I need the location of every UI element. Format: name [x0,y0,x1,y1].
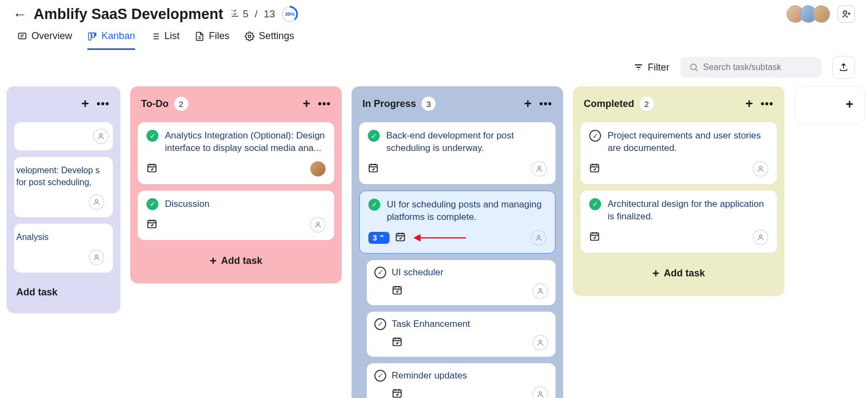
svg-rect-11 [148,220,156,228]
calendar-icon[interactable] [395,231,406,244]
task-title: Analytics Integration (Optional): Design… [165,130,326,155]
assignee-placeholder-icon[interactable] [89,250,104,265]
tab-kanban-label: Kanban [101,30,135,42]
member-avatar[interactable] [813,5,830,23]
tab-overview[interactable]: Overview [17,30,72,50]
subtask-card[interactable]: ✓ Task Enhancement [367,312,556,357]
filter-button[interactable]: Filter [634,62,669,73]
assignee-placeholder-icon[interactable] [533,283,548,299]
assignee-placeholder-icon[interactable] [753,230,768,245]
calendar-icon[interactable] [392,336,403,349]
add-card-button[interactable]: + [303,96,310,111]
assignee-placeholder-icon[interactable] [93,129,108,144]
tab-list[interactable]: List [150,30,180,50]
assignee-avatar[interactable] [310,161,326,176]
task-card[interactable]: ✓ Back-end development for post scheduli… [359,122,556,184]
column-in-progress: In Progress 3 + ••• ✓ Back-end developme… [352,86,563,398]
status-complete-icon[interactable]: ✓ [589,198,601,210]
add-task-button[interactable]: + Add task [580,259,777,288]
board-toolbar: Filter [0,50,868,86]
tab-files[interactable]: Files [195,30,229,50]
task-title: velopment: Develop s for post scheduling… [16,165,104,188]
subtask-card[interactable]: ✓ Reminder updates [367,363,556,398]
tab-settings-label: Settings [259,30,294,42]
svg-rect-19 [393,338,401,345]
add-task-label: Add task [16,287,58,298]
add-task-button[interactable]: Add task [14,279,113,306]
status-complete-icon[interactable]: ✓ [146,130,158,142]
subtask-card[interactable]: ✓ UI scheduler [367,260,556,305]
add-card-button[interactable]: + [524,96,532,111]
member-avatars[interactable] [791,5,830,23]
assignee-placeholder-icon[interactable] [89,194,104,210]
subtask-count: 3 [373,233,377,242]
add-member-button[interactable] [838,5,855,23]
calendar-icon[interactable] [146,162,157,175]
column-new: + [794,86,865,124]
add-card-button[interactable]: + [846,97,853,112]
task-card[interactable]: ✓ Analytics Integration (Optional): Desi… [138,122,334,184]
svg-rect-23 [591,165,599,172]
task-title: Project requirements and user stories ar… [608,130,768,155]
column-menu-button[interactable]: ••• [318,98,331,110]
column-count: 3 [422,97,436,111]
svg-rect-3 [92,33,94,37]
column-title: In Progress [362,98,416,110]
svg-point-14 [538,166,541,169]
search-icon [689,62,699,72]
progress-total: 13 [264,8,275,20]
plus-icon: + [210,254,217,268]
task-card[interactable]: ✓ Discussion [138,191,334,240]
status-complete-icon[interactable]: ✓ [146,198,158,210]
assignee-placeholder-icon[interactable] [531,230,546,245]
svg-point-16 [538,235,540,238]
calendar-icon[interactable] [146,218,157,231]
search-input[interactable] [703,62,813,72]
status-complete-icon[interactable]: ✓ [368,199,380,211]
tab-kanban[interactable]: Kanban [87,30,135,50]
task-card[interactable]: velopment: Develop s for post scheduling… [14,157,113,217]
column-menu-button[interactable]: ••• [761,98,774,110]
status-open-icon[interactable]: ✓ [374,267,386,279]
column-menu-button[interactable]: ••• [539,98,552,110]
search-box[interactable] [680,57,821,78]
assignee-placeholder-icon[interactable] [533,387,548,398]
calendar-icon[interactable] [392,388,403,398]
task-card-expanded[interactable]: ✓ UI for scheduling posts and managing p… [359,191,556,254]
svg-rect-13 [369,165,378,172]
assignee-placeholder-icon[interactable] [533,335,548,350]
add-task-button[interactable]: + Add task [138,247,334,276]
task-card[interactable]: ✓ Project requirements and user stories … [580,122,777,184]
status-complete-icon[interactable]: ✓ [368,130,380,142]
task-card[interactable]: Analysis [14,224,113,273]
add-card-button[interactable]: + [81,96,89,111]
progress-count: 5 / 13 [230,8,276,21]
assignee-placeholder-icon[interactable] [532,161,547,176]
assignee-placeholder-icon[interactable] [753,161,768,176]
status-open-icon[interactable]: ✓ [589,130,601,142]
svg-rect-17 [393,287,401,294]
task-card[interactable] [14,122,113,150]
tab-settings[interactable]: Settings [245,30,294,50]
status-open-icon[interactable]: ✓ [374,370,386,382]
task-card[interactable]: ✓ Architectural design for the applicati… [580,191,777,252]
assignee-placeholder-icon[interactable] [310,217,326,232]
status-open-icon[interactable]: ✓ [374,318,386,330]
progress-pct-circle: 38% [282,6,298,22]
calendar-icon[interactable] [589,162,600,175]
svg-point-12 [317,222,320,225]
calendar-icon[interactable] [589,231,600,244]
column-count: 2 [174,97,188,111]
export-button[interactable] [832,56,855,79]
column-completed: Completed 2 + ••• ✓ Project requirements… [573,86,784,296]
back-arrow-icon[interactable]: ← [13,6,27,23]
calendar-icon[interactable] [392,285,403,298]
subtask-toggle[interactable]: 3⌃ [368,232,390,244]
calendar-icon[interactable] [368,162,379,175]
project-title: Amblify SaaS Development [34,6,224,23]
svg-point-20 [539,340,542,343]
svg-point-8 [95,200,98,203]
progress-pct-label: 38% [285,11,295,17]
column-menu-button[interactable]: ••• [97,98,110,110]
add-card-button[interactable]: + [745,96,753,111]
